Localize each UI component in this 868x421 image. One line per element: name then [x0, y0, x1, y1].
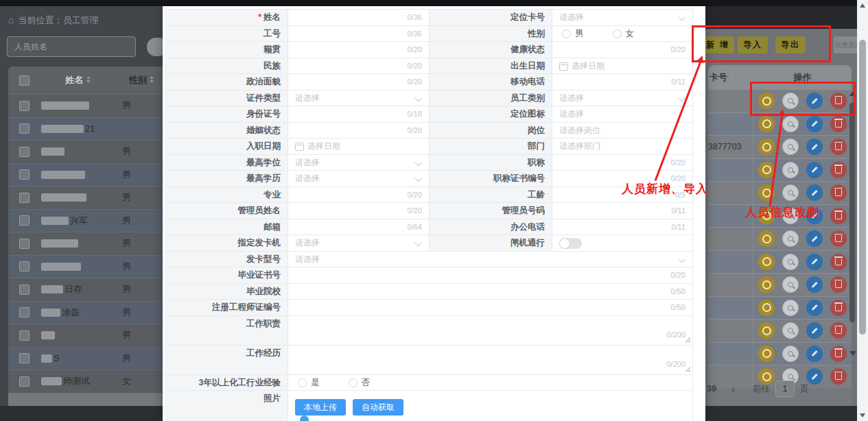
view-button[interactable] — [782, 322, 799, 339]
del-button[interactable] — [830, 184, 847, 201]
edit-button[interactable] — [806, 230, 823, 247]
form-field-political-status[interactable]: 0/20 — [288, 74, 429, 90]
view-button[interactable] — [782, 276, 799, 293]
upload-local-button[interactable]: 本地上传 — [295, 399, 346, 416]
inner-scrollbar-thumb[interactable] — [849, 103, 855, 322]
card-button[interactable] — [758, 162, 775, 178]
form-field-card-model[interactable]: 请选择 — [288, 252, 693, 267]
gate-access-toggle[interactable] — [559, 238, 582, 249]
form-field-diploma-no[interactable]: 0/20 — [288, 267, 693, 283]
card-button[interactable] — [758, 276, 775, 293]
radio-option[interactable]: 男 — [562, 26, 584, 42]
form-field-graduate-school[interactable]: 0/50 — [288, 284, 693, 300]
row-checkbox[interactable] — [19, 261, 30, 272]
form-field-native-place[interactable]: 0/20 — [288, 42, 429, 58]
form-field-email[interactable]: 0/64 — [288, 219, 429, 235]
view-button[interactable] — [782, 300, 799, 316]
form-field-job-no[interactable]: 0/36 — [288, 26, 429, 42]
del-button[interactable] — [830, 230, 847, 247]
search-button[interactable] — [147, 38, 163, 56]
row-checkbox[interactable] — [19, 193, 30, 203]
row-checkbox[interactable] — [19, 169, 30, 180]
view-button[interactable] — [782, 184, 799, 201]
form-field-registered-engineer-cert-no[interactable]: 0/50 — [288, 300, 693, 315]
card-no-column-header[interactable]: 卡号 — [708, 71, 753, 84]
inner-scroll-down-icon[interactable] — [849, 351, 856, 356]
del-button[interactable] — [830, 116, 847, 132]
card-button[interactable] — [758, 346, 775, 362]
form-field-id-type[interactable]: 请选择 — [288, 91, 429, 106]
del-button[interactable] — [830, 139, 847, 155]
form-field-locate-icon[interactable]: 请选择 — [552, 106, 693, 122]
row-checkbox[interactable] — [19, 123, 30, 134]
edit-button[interactable] — [806, 139, 823, 155]
form-field-mobile-phone[interactable]: 0/11 — [552, 74, 693, 90]
row-checkbox[interactable] — [19, 239, 30, 249]
scroll-up-icon[interactable] — [860, 3, 865, 8]
edit-button[interactable] — [806, 162, 823, 178]
select-all-checkbox[interactable] — [19, 75, 30, 86]
form-field-highest-education[interactable]: 请选择 — [288, 171, 429, 187]
search-input[interactable]: 人员姓名 — [7, 36, 136, 57]
row-checkbox[interactable] — [19, 330, 30, 341]
form-field-name[interactable]: 0/36 — [288, 10, 429, 25]
name-column-header[interactable]: 姓名 — [40, 74, 117, 86]
del-button[interactable] — [830, 254, 847, 270]
form-field-department[interactable]: 请选择部门 — [552, 139, 693, 154]
form-field-work-experience[interactable]: 0/200 — [288, 346, 693, 374]
form-field-hire-date[interactable]: 选择日期 — [288, 139, 429, 154]
view-button[interactable] — [782, 346, 799, 362]
page-number[interactable]: 39 — [707, 384, 716, 394]
form-field-health-status[interactable]: 0/20 — [552, 42, 693, 58]
radio-option[interactable]: 否 — [349, 375, 371, 391]
edit-button[interactable] — [806, 300, 823, 316]
view-button[interactable] — [782, 162, 799, 178]
goto-page-input[interactable]: 1 — [775, 381, 795, 397]
card-button[interactable] — [758, 230, 775, 247]
form-field-birth-date[interactable]: 选择日期 — [552, 58, 693, 74]
del-button[interactable] — [830, 346, 847, 362]
page-scrollbar[interactable] — [857, 0, 868, 421]
batch-delete-button[interactable]: 批量删除 — [834, 36, 857, 53]
row-checkbox[interactable] — [19, 101, 30, 111]
form-field-ethnicity[interactable]: 0/20 — [288, 58, 429, 74]
form-field-job-duty[interactable]: 0/200 — [288, 316, 693, 345]
row-checkbox[interactable] — [19, 147, 30, 157]
form-field-locate-card-no[interactable]: 请选择 — [552, 10, 693, 25]
next-page-icon[interactable]: › — [731, 383, 735, 395]
radio-option[interactable]: 女 — [613, 26, 635, 42]
edit-button[interactable] — [806, 346, 823, 362]
card-button[interactable] — [758, 139, 775, 155]
row-checkbox[interactable] — [19, 376, 30, 387]
card-button[interactable] — [758, 116, 775, 132]
form-field-admin-number[interactable]: 0/11 — [552, 203, 693, 219]
form-field-id-number[interactable]: 0/18 — [288, 106, 429, 122]
form-field-job-title[interactable]: 0/20 — [552, 155, 693, 171]
scroll-down-icon[interactable] — [860, 413, 865, 418]
row-checkbox[interactable] — [19, 307, 30, 317]
del-button[interactable] — [830, 208, 847, 224]
card-button[interactable] — [758, 254, 775, 270]
form-field-employee-category[interactable]: 请选择 — [552, 91, 693, 106]
radio-option[interactable]: 是 — [298, 375, 320, 391]
del-button[interactable] — [830, 322, 847, 339]
del-button[interactable] — [830, 300, 847, 316]
view-button[interactable] — [782, 139, 799, 155]
page-scrollbar-thumb[interactable] — [859, 40, 866, 335]
form-field-card-issuer[interactable]: 请选择 — [288, 235, 429, 251]
del-button[interactable] — [830, 162, 847, 178]
edit-button[interactable] — [806, 254, 823, 270]
form-field-admin-name[interactable]: 0/20 — [288, 203, 429, 219]
form-field-marital-status[interactable]: 0/20 — [288, 123, 429, 139]
form-field-major[interactable]: 0/20 — [288, 187, 429, 203]
del-button[interactable] — [830, 276, 847, 293]
card-button[interactable] — [758, 322, 775, 339]
edit-button[interactable] — [806, 116, 823, 132]
view-button[interactable] — [782, 116, 799, 132]
gender-column-header[interactable]: 性别 — [117, 74, 154, 86]
edit-button[interactable] — [806, 276, 823, 293]
edit-button[interactable] — [806, 184, 823, 201]
row-checkbox[interactable] — [19, 215, 30, 226]
form-field-highest-degree[interactable]: 请选择 — [288, 155, 429, 171]
view-button[interactable] — [782, 230, 799, 247]
